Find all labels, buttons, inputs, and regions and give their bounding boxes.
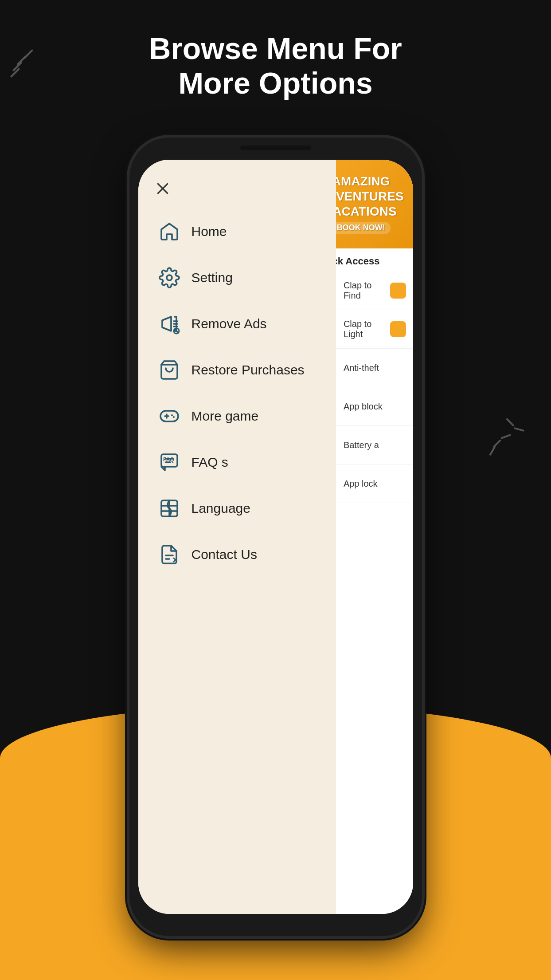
menu-item-restore-purchases[interactable]: Restore Purchases: [152, 347, 323, 393]
clap-to-find-toggle[interactable]: [390, 283, 406, 299]
svg-point-25: [167, 275, 172, 280]
menu-item-contact-us[interactable]: Contact Us: [152, 531, 323, 578]
menu-drawer: Home Setting: [138, 160, 336, 914]
menu-item-more-game[interactable]: More game: [152, 393, 323, 439]
app-lock-label: App lock: [344, 479, 378, 489]
setting-label: Setting: [191, 270, 233, 285]
gear-icon: [156, 264, 183, 291]
menu-item-setting[interactable]: Setting: [152, 255, 323, 301]
language-label: Language: [191, 501, 250, 516]
menu-item-remove-ads[interactable]: Remove Ads: [152, 301, 323, 347]
gamepad-icon: [156, 403, 183, 429]
svg-line-30: [175, 330, 178, 332]
faq-icon: FAQ: [156, 449, 183, 476]
close-button[interactable]: [152, 177, 174, 200]
cart-icon: [156, 357, 183, 383]
phone-screen: AD AMAZING ADVENTURES VACATIONS Book now…: [138, 160, 413, 914]
faq-label: FAQ s: [191, 455, 228, 470]
remove-ads-label: Remove Ads: [191, 316, 267, 331]
ads-icon: [156, 311, 183, 337]
header-title: Browse Menu For More Options: [0, 31, 551, 100]
home-label: Home: [191, 224, 227, 239]
more-game-label: More game: [191, 409, 259, 424]
svg-rect-32: [160, 411, 178, 421]
svg-text:FAQ: FAQ: [163, 457, 174, 463]
app-block-label: App block: [344, 401, 383, 412]
phone-frame: AD AMAZING ADVENTURES VACATIONS Book now…: [129, 138, 422, 936]
contact-us-label: Contact Us: [191, 547, 257, 562]
restore-purchases-label: Restore Purchases: [191, 362, 305, 378]
svg-point-36: [173, 416, 175, 418]
menu-item-faq[interactable]: FAQ FAQ s: [152, 439, 323, 485]
decorative-dashes-right: [487, 421, 524, 457]
contact-icon: [156, 541, 183, 568]
menu-item-home[interactable]: Home: [152, 209, 323, 255]
anti-theft-label: Anti-theft: [344, 363, 379, 373]
battery-label: Battery a: [344, 440, 379, 450]
svg-point-35: [171, 414, 173, 416]
home-icon: [156, 218, 183, 245]
language-icon: [156, 495, 183, 522]
phone-notch: [240, 146, 311, 150]
clap-to-light-label: Clap to Light: [344, 319, 390, 339]
clap-to-light-toggle[interactable]: [390, 321, 406, 337]
menu-item-language[interactable]: Language: [152, 485, 323, 531]
clap-to-find-label: Clap to Find: [344, 280, 390, 301]
phone-wrapper: AD AMAZING ADVENTURES VACATIONS Book now…: [129, 138, 422, 936]
